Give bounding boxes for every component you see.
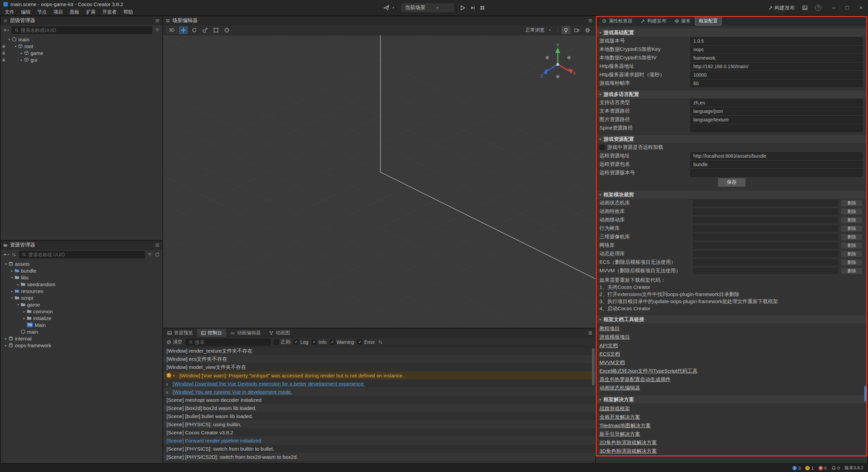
- filter-warning[interactable]: Warning: [330, 339, 354, 345]
- link-ecs-docs[interactable]: ECS文档: [599, 350, 620, 358]
- error-checkbox[interactable]: [357, 339, 362, 345]
- delete-module-button[interactable]: 删除: [841, 268, 863, 274]
- status-error-count[interactable]: ×0: [818, 466, 827, 471]
- link-template-project[interactable]: 游戏模板项目: [599, 333, 630, 341]
- delete-module-button[interactable]: 删除: [841, 208, 863, 215]
- panel-menu-icon[interactable]: [588, 331, 593, 335]
- log-line[interactable]: [Scene] meshopt wasm decoder initialized: [163, 396, 595, 404]
- asset-node-game[interactable]: ▾ game: [1, 301, 162, 308]
- delete-module-button[interactable]: 删除: [841, 200, 863, 206]
- crypto-iv-input[interactable]: [690, 54, 863, 62]
- filter-info[interactable]: Info: [312, 339, 326, 345]
- log-line[interactable]: [Scene] [box2d]:box2d wasm lib loaded.: [163, 404, 595, 412]
- link-api-docs[interactable]: API文档: [599, 341, 618, 350]
- lighting-toggle-button[interactable]: [561, 26, 570, 34]
- hierarchy-node-game[interactable]: ▸ game: [1, 50, 162, 56]
- preview-platform-button[interactable]: ▾: [383, 5, 396, 11]
- http-timeout-input[interactable]: [690, 71, 863, 79]
- build-publish-button[interactable]: 构建发布: [768, 5, 795, 11]
- regex-toggle[interactable]: 正则: [274, 339, 290, 345]
- log-line[interactable]: [Scene] [PHYSICS]: switch from builtin t…: [163, 445, 595, 453]
- scene-viewport[interactable]: Y X Z: [163, 35, 595, 328]
- filter-icon[interactable]: [147, 252, 152, 257]
- asset-node-resources[interactable]: ▸ resources: [1, 288, 162, 294]
- expand-arrow-icon[interactable]: ▾: [13, 44, 18, 48]
- http-server-input[interactable]: [690, 63, 863, 70]
- crypto-key-input[interactable]: [690, 46, 863, 53]
- section-game-basic-config[interactable]: ▾游戏基础配置: [596, 28, 867, 37]
- link-excel-tool[interactable]: Excel格式转Json文件与TypeScript代码工具: [599, 367, 697, 375]
- expand-arrow-icon[interactable]: ▸: [173, 374, 177, 377]
- help-button[interactable]: ?: [815, 5, 821, 11]
- asset-node-internal[interactable]: ▸ internal: [1, 335, 162, 342]
- asset-node-script[interactable]: ▾ script: [1, 294, 162, 301]
- step-button[interactable]: [471, 5, 475, 10]
- expand-arrow-icon[interactable]: ▸: [166, 390, 171, 394]
- layout-button[interactable]: [480, 5, 485, 10]
- section-doc-links[interactable]: ▾框架文档工具链接: [596, 315, 867, 323]
- tab-framework-config[interactable]: 框架配置: [695, 17, 722, 25]
- delete-module-button[interactable]: 删除: [841, 259, 863, 266]
- link-fullstack-solution[interactable]: 全栈开发解决方案: [599, 413, 640, 421]
- log-line[interactable]: [Window] model_view文件夹不存在: [163, 363, 595, 371]
- remote-bundle-input[interactable]: [690, 161, 863, 168]
- screenshot-button[interactable]: [802, 5, 808, 11]
- asset-node-bundle[interactable]: ▸ bundle: [1, 267, 162, 274]
- clear-console-button[interactable]: 清空: [166, 339, 182, 345]
- expand-arrow-icon[interactable]: ▸: [19, 51, 24, 55]
- asset-node-oops-framework[interactable]: ▸ oops-framework: [1, 342, 162, 349]
- menu-node[interactable]: 节点: [34, 9, 50, 15]
- tab-animation-graph[interactable]: 动画图: [265, 329, 294, 337]
- link-tutorial-project[interactable]: 教程项目: [599, 324, 620, 333]
- collapse-icon[interactable]: [378, 340, 383, 345]
- remote-version-input[interactable]: [690, 169, 863, 177]
- hierarchy-node-gui[interactable]: ▸ gui: [1, 56, 162, 63]
- scale-tool-button[interactable]: [201, 26, 210, 34]
- delete-module-button[interactable]: 删除: [841, 251, 863, 257]
- remote-url-input[interactable]: [690, 152, 863, 160]
- regex-checkbox[interactable]: [274, 339, 279, 345]
- log-line[interactable]: ▸[Window] You are running Vue in develop…: [163, 388, 595, 396]
- create-node-button[interactable]: +▾: [3, 27, 9, 34]
- link-hotupdate-plugin[interactable]: 原生包热更新配置自动生成插件: [599, 375, 671, 383]
- tab-asset-preview[interactable]: 资源预览: [163, 329, 197, 337]
- delete-module-button[interactable]: 删除: [841, 225, 863, 232]
- log-line[interactable]: [Scene] [PHYSICS]: using builtin.: [163, 420, 595, 428]
- link-mvvm-docs[interactable]: MVVM文档: [599, 358, 625, 367]
- filter-icon[interactable]: [155, 28, 160, 33]
- asset-node-initialize[interactable]: ▸ initialize: [1, 315, 162, 321]
- current-scene-dropdown[interactable]: 当前场景 ▾: [401, 3, 455, 13]
- panel-menu-icon[interactable]: [588, 18, 593, 23]
- console-scrollbar[interactable]: [592, 348, 595, 386]
- status-info-count[interactable]: i3: [792, 466, 801, 471]
- status-warning-count[interactable]: !1: [805, 466, 813, 471]
- asset-node-common[interactable]: ▸ common: [1, 308, 162, 315]
- log-checkbox[interactable]: [294, 339, 299, 345]
- panel-menu-icon[interactable]: [155, 18, 160, 23]
- scene-settings-button[interactable]: [583, 26, 592, 34]
- assets-search-input[interactable]: [28, 252, 142, 257]
- delete-module-button[interactable]: 删除: [841, 242, 863, 249]
- asset-node-main-ts[interactable]: TS Main: [1, 321, 162, 328]
- link-strategy-framework[interactable]: 战旗游戏框架: [599, 404, 630, 413]
- asset-node-assets[interactable]: ▾ assets: [1, 260, 162, 267]
- hierarchy-search-input[interactable]: [21, 27, 149, 33]
- play-button[interactable]: [460, 5, 466, 11]
- game-version-input[interactable]: [690, 37, 863, 45]
- tab-build-publish[interactable]: 构建发布: [637, 17, 670, 25]
- menu-panel[interactable]: 面板: [66, 9, 83, 15]
- log-line[interactable]: [Scene] [bullet]:bullet wasm lib loaded.: [163, 412, 595, 420]
- sort-icon[interactable]: [12, 252, 16, 257]
- asset-node-libs[interactable]: ▾ libs: [1, 274, 162, 281]
- panel-menu-icon[interactable]: [155, 243, 160, 248]
- save-button[interactable]: 保存: [718, 178, 746, 187]
- hierarchy-node-root[interactable]: ▾ root: [1, 43, 162, 50]
- log-line[interactable]: [Scene] Cocos Creator v3.8.2: [163, 428, 595, 436]
- refresh-icon[interactable]: [155, 252, 160, 257]
- lock-icon[interactable]: [2, 44, 6, 48]
- log-line[interactable]: [Scene] [PHYSICS2D]: switch from box2d-w…: [163, 453, 595, 461]
- delete-module-button[interactable]: 删除: [841, 217, 863, 223]
- rect-tool-button[interactable]: [212, 26, 220, 34]
- asset-node-main-scene[interactable]: main: [1, 328, 162, 335]
- window-close-button[interactable]: ×: [859, 4, 863, 11]
